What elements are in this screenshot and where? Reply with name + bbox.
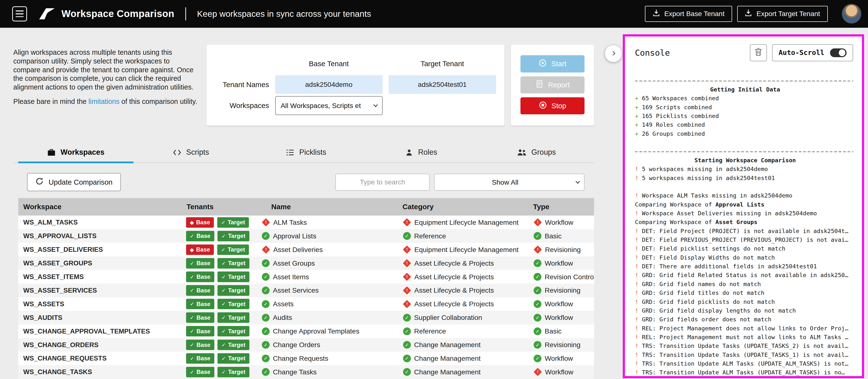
console-line: ! Workspace Asset Deliveries missing in … [635, 209, 855, 218]
table-row[interactable]: WS_CHANGE_ORDERS✓Base✓TargetChange Order… [18, 338, 594, 352]
autoscroll-toggle-button[interactable]: Auto-Scroll [772, 44, 853, 61]
type-text: Workflow [545, 314, 573, 321]
clear-console-button[interactable] [750, 44, 767, 61]
table-row[interactable]: WS_ASSET_GROUPS✓Base✓TargetAsset Groups!… [18, 256, 594, 270]
tenant-badge-target[interactable]: ✓Target [217, 244, 249, 255]
console-log[interactable]: Getting Initial Data+ 65 Workspaces comb… [635, 71, 855, 376]
table-row[interactable]: WS_AUDITS✓Base✓TargetAuditsSupplier Coll… [18, 311, 594, 324]
mismatch-diamond-icon: ! [534, 245, 542, 254]
mismatch-diamond-icon: ! [403, 286, 411, 295]
list-icon [286, 149, 294, 156]
category-text: Change Management [414, 354, 480, 363]
badge-label: Target [228, 369, 245, 375]
tab-scripts[interactable]: Scripts [133, 143, 249, 162]
table-row[interactable]: WS_CHANGE_TASKS✓Base✓TargetChange TasksC… [18, 365, 594, 379]
base-tenant-input[interactable] [275, 75, 382, 94]
tenant-badge-base[interactable]: ✓Base [186, 231, 214, 241]
tenant-badge-target[interactable]: ✓Target [217, 258, 249, 269]
tenant-badge-target[interactable]: ✓Target [217, 353, 249, 364]
export-base-label: Export Base Tenant [664, 10, 724, 18]
tenant-badge-target[interactable]: ✓Target [217, 326, 249, 337]
start-button[interactable]: Start [521, 55, 585, 72]
category-text: Asset Lifecycle & Projects [414, 273, 494, 281]
warning-prefix: ! [635, 192, 642, 199]
type-text: Revisioning [545, 246, 581, 254]
tenant-badge-base[interactable]: ✓Base [186, 367, 214, 377]
tenant-badge-target[interactable]: ✓Target [217, 231, 249, 241]
tab-roles[interactable]: Roles [364, 143, 479, 162]
type-text: Revisioning [545, 341, 581, 349]
column-header-category: Category [396, 198, 526, 216]
category-text: Reference [414, 232, 446, 240]
warning-prefix: ! [635, 210, 642, 217]
tenant-badge-target[interactable]: ✓Target [217, 299, 249, 309]
export-target-tenant-button[interactable]: Export Target Tenant [737, 6, 828, 22]
tenant-badge-target[interactable]: ✓Target [217, 272, 249, 282]
tenant-badge-base[interactable]: ◆Base [186, 217, 214, 228]
start-label: Start [551, 60, 566, 68]
check-icon: ✓ [190, 274, 194, 280]
tenant-badge-base[interactable]: ✓Base [186, 299, 214, 309]
tenant-badge-base[interactable]: ✓Base [186, 340, 214, 350]
tenant-badge-target[interactable]: ✓Target [217, 285, 249, 296]
tenant-badge-base[interactable]: ✓Base [186, 272, 214, 282]
tenant-badge-base[interactable]: ✓Base [186, 326, 214, 337]
tenant-badge-target[interactable]: ✓Target [217, 217, 249, 228]
user-avatar[interactable] [842, 4, 861, 24]
match-check-icon [262, 232, 270, 240]
category-text: Asset Lifecycle & Projects [414, 259, 494, 267]
tab-groups[interactable]: Groups [479, 143, 594, 162]
name-text: Approval Lists [273, 232, 316, 240]
table-row[interactable]: WS_ASSET_ITEMS✓Base✓TargetAsset Items!As… [18, 270, 594, 284]
tenant-badge-base[interactable]: ✓Base [186, 285, 214, 296]
table-row[interactable]: WS_CHANGE_APPROVAL_TEMPLATES✓Base✓Target… [18, 324, 594, 338]
tenant-badge-target[interactable]: ✓Target [217, 312, 249, 323]
export-base-tenant-button[interactable]: Export Base Tenant [645, 6, 732, 22]
stop-icon [539, 101, 547, 111]
table-row[interactable]: WS_ASSET_DELIVERIES◆Base✓Target!Asset De… [18, 243, 594, 256]
tenant-badge-base[interactable]: ◆Base [186, 244, 214, 255]
filter-select[interactable]: Show All [434, 174, 585, 191]
tenant-badge-target[interactable]: ✓Target [217, 367, 249, 377]
table-row[interactable]: WS_CHANGE_REQUESTS✓Base✓TargetChange Req… [18, 352, 594, 366]
tenant-badge-base[interactable]: ✓Base [186, 258, 214, 269]
stop-button[interactable]: Stop [521, 97, 585, 114]
limitations-link[interactable]: limitations [88, 98, 119, 105]
tenant-badge-base[interactable]: ✓Base [186, 312, 214, 323]
tab-label: Scripts [186, 148, 209, 157]
console-collapse-button[interactable]: › [605, 45, 622, 62]
table-row[interactable]: WS_APPROVAL_LISTS✓Base✓TargetApproval Li… [18, 229, 594, 243]
table-row[interactable]: WS_ASSET_SERVICES✓Base✓TargetAsset Servi… [18, 284, 594, 297]
console-line: ! DET: Field PREVIOUS_PROJECT (PREVIOUS_… [635, 236, 855, 244]
report-button[interactable]: Report [521, 76, 585, 94]
console-line: ! 5 workspaces missing in adsk2504test01 [635, 174, 855, 182]
console-line: + 26 Groups combined [635, 129, 855, 138]
update-comparison-button[interactable]: Update Comparison [27, 173, 121, 191]
check-icon: ✓ [190, 342, 194, 348]
match-check-icon [403, 368, 411, 376]
match-check-icon [403, 328, 411, 335]
tenant-badge-target[interactable]: ✓Target [217, 340, 249, 350]
tenant-names-label: Tenant Names [207, 75, 269, 94]
menu-button[interactable] [12, 6, 27, 21]
toggle-on-icon[interactable] [830, 48, 846, 57]
mismatch-diamond-icon: ! [403, 259, 411, 267]
warning-prefix: ! [635, 316, 642, 323]
main-area: Align workspaces across multiple tenants… [0, 28, 868, 379]
badge-label: Target [228, 260, 245, 267]
stop-label: Stop [551, 102, 566, 110]
mismatch-diamond-icon: ! [403, 245, 411, 254]
tab-workspaces[interactable]: Workspaces [18, 143, 133, 162]
workspaces-select[interactable]: All Workspaces, Scripts et [275, 96, 382, 115]
check-icon: ✓ [221, 355, 226, 361]
match-check-icon [534, 273, 541, 281]
tab-picklists[interactable]: Picklists [249, 143, 364, 162]
search-input[interactable] [335, 174, 429, 191]
workspace-id: WS_APPROVAL_LISTS [23, 232, 96, 240]
table-row[interactable]: WS_ASSETS✓Base✓TargetAssets!Asset Lifecy… [18, 297, 594, 311]
target-tenant-input[interactable] [389, 75, 496, 94]
table-row[interactable]: WS_ALM_TASKS◆Base✓Target!ALM Tasks!Equip… [18, 215, 594, 229]
console-line: ! GRD: Grid field picklists do not match [635, 298, 855, 306]
tenant-badge-base[interactable]: ✓Base [186, 353, 214, 364]
category-text: Reference [414, 327, 446, 335]
